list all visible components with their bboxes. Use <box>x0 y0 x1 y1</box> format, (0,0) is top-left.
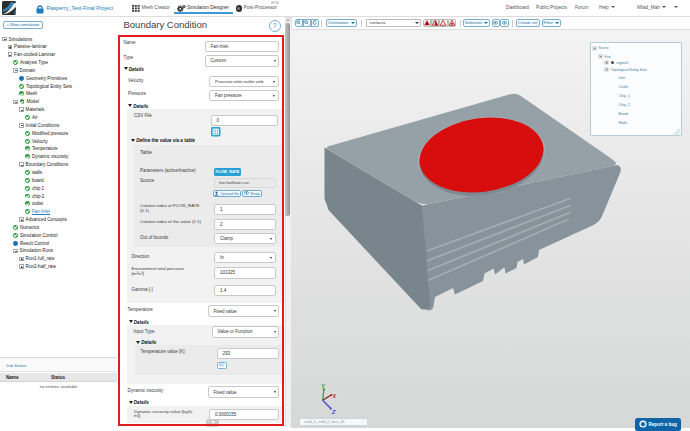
svg-text:Y: Y <box>321 382 326 389</box>
svg-text:Z: Z <box>331 408 336 415</box>
svg-text:X: X <box>332 393 337 399</box>
